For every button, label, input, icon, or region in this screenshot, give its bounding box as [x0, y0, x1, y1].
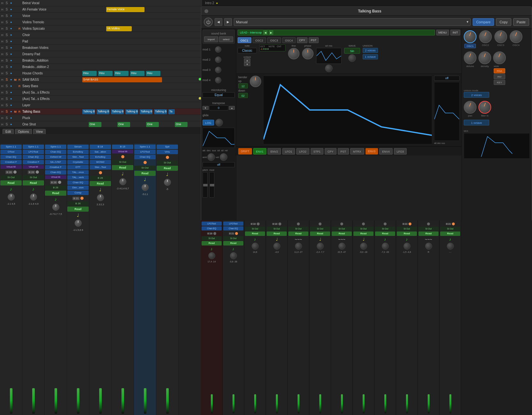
note-value-display[interactable]: Classic: [238, 48, 257, 53]
bm-fader[interactable]: [406, 394, 408, 413]
glide-knob[interactable]: [215, 119, 223, 126]
bm-plugin-slot-1[interactable]: LFOTool: [223, 222, 243, 226]
preset-dropdown[interactable]: Manual ▾: [234, 18, 471, 26]
octave-up-button[interactable]: ▴: [244, 58, 250, 62]
clip[interactable]: Talking B: [82, 109, 95, 114]
bm-read-button[interactable]: Read: [223, 241, 243, 245]
read-button[interactable]: Read: [134, 171, 156, 176]
bm-volume-knob[interactable]: [338, 243, 345, 250]
bm-bus-badge[interactable]: B 18: [207, 232, 213, 235]
plugin-slot[interactable]: Sat...ation: [90, 150, 111, 154]
bm-read-button[interactable]: Read: [310, 231, 330, 236]
mod-4-knob[interactable]: [215, 77, 221, 83]
clip[interactable]: One: [146, 122, 159, 127]
wide-knob[interactable]: [493, 51, 506, 64]
track-row[interactable]: H S ✦ Breakdo...Addition: [0, 57, 203, 64]
clip[interactable]: Hou: [114, 71, 129, 76]
track-mute-button[interactable]: M: [13, 78, 17, 81]
clip[interactable]: SAW BASS: [82, 77, 162, 82]
osc4-level-knob[interactable]: [510, 30, 522, 43]
volume-knob[interactable]: [30, 193, 37, 200]
plugin-slot[interactable]: Creative F: [0, 160, 22, 164]
track-row[interactable]: H S ✦ Beirut Vocal: [0, 0, 203, 6]
plugin-slot[interactable]: OTool: [0, 150, 22, 154]
bm-volume-knob[interactable]: [403, 243, 410, 250]
instrument-slot[interactable]: Spire-1.1: [134, 145, 156, 149]
plugin-slot[interactable]: TAL...orus: [67, 170, 89, 175]
bm-fader[interactable]: [276, 394, 278, 413]
instrument-slot[interactable]: Spire-1.1: [0, 145, 22, 149]
bottom-mixer-channel[interactable]: St Out Read ~~~ R: [418, 220, 440, 415]
volume-knob[interactable]: [52, 204, 59, 211]
compare-button[interactable]: Compare: [473, 18, 494, 26]
lfo3-button[interactable]: LFO3: [394, 148, 407, 155]
clip[interactable]: Hou: [146, 71, 160, 76]
stp1-button[interactable]: STP1: [311, 148, 324, 155]
track-row[interactable]: H S ✦ Choir: [0, 32, 203, 38]
volume-knob[interactable]: [8, 193, 15, 200]
track-record-button[interactable]: R: [17, 110, 22, 113]
track-row[interactable]: H S ✦ One Shot OneOneOneOne: [0, 121, 203, 128]
plugin-slot[interactable]: Chan EQ: [23, 155, 44, 159]
bm-fader[interactable]: [319, 394, 321, 413]
volume-knob[interactable]: [75, 220, 82, 227]
clip[interactable]: Talking B: [154, 109, 167, 114]
bm-bus-badge[interactable]: B 21: [402, 223, 408, 225]
plugin-slot[interactable]: Ster...Tool: [67, 155, 89, 159]
paste-button[interactable]: Paste: [513, 18, 529, 26]
copy-button[interactable]: Copy: [496, 18, 511, 26]
read-button[interactable]: Read: [157, 166, 178, 171]
bm-read-button[interactable]: Read: [353, 231, 373, 236]
track-row[interactable]: H S ✦ House Chords HouHouHouHouHou: [0, 70, 203, 77]
mixer-channel[interactable]: Spire-1.1 Chan EQOxford InfSA.⚠FATCreati…: [45, 144, 67, 415]
bottom-mixer-channel[interactable]: St Out Read ♪ -7,2 -33: [374, 220, 396, 415]
track-mute-button[interactable]: M: [13, 110, 17, 113]
track-row[interactable]: H S ✦ Pad: [0, 38, 203, 45]
volume-knob[interactable]: [97, 194, 104, 201]
clip[interactable]: One: [89, 122, 101, 127]
plugin-slot[interactable]: TAL...verb: [67, 175, 89, 180]
clip[interactable]: Vk Violins: [106, 26, 132, 31]
bm-fader[interactable]: [254, 394, 256, 413]
bm-fader[interactable]: [428, 394, 430, 413]
bm-read-button[interactable]: Read: [267, 231, 287, 236]
read-button[interactable]: Read: [45, 191, 66, 196]
osc1-tab[interactable]: OSC1: [238, 37, 251, 43]
track-row[interactable]: H S ✦ Breakdown Violins: [0, 45, 203, 51]
bottom-mixer-channel[interactable]: LFOTool Chan EQ B 18 St Out Read ♪ 17,4 …: [201, 220, 223, 415]
bm-read-button[interactable]: Read: [375, 231, 395, 236]
channel-fader[interactable]: [122, 388, 124, 414]
detune-knob[interactable]: [464, 51, 477, 64]
osc1-level-knob[interactable]: [464, 30, 477, 43]
plugin-slot[interactable]: Virtu: [157, 150, 178, 154]
drift-button[interactable]: DRIFT: [238, 148, 252, 155]
clip[interactable]: Hou: [82, 71, 97, 76]
plugin-slot[interactable]: LFOTool: [23, 150, 44, 154]
track-row[interactable]: H S ✦ Pluck: [0, 115, 203, 121]
clip[interactable]: One: [175, 122, 188, 127]
track-record-button[interactable]: R: [17, 85, 22, 88]
filter-knob[interactable]: [478, 101, 491, 114]
bm-plugin-slot-2[interactable]: Chan EQ: [223, 226, 243, 230]
pst-mod-button[interactable]: PST: [338, 148, 349, 155]
bus-badge[interactable]: B 21: [72, 197, 79, 200]
bm-fader[interactable]: [341, 394, 343, 413]
plugin-slot[interactable]: Chan EQ: [0, 155, 22, 159]
mixer-channel[interactable]: Spire-1.1 LFOToolChan EQ St Out Read ♩ -…: [134, 144, 156, 415]
read-button[interactable]: Read: [67, 207, 89, 212]
track-row[interactable]: H S ✦ M R Talking Bass Talking BTalking …: [0, 109, 203, 115]
bm-read-button[interactable]: Read: [202, 241, 222, 245]
octave-down-button[interactable]: ▾: [244, 62, 250, 66]
plugin-slot[interactable]: EchoBoy: [90, 155, 111, 159]
channel-fader[interactable]: [144, 388, 146, 414]
mixer-channel[interactable]: B 18 Sat...ationEchoBoyWOW2Ster...Tool B…: [89, 144, 112, 415]
bm-read-button[interactable]: Read: [418, 231, 439, 236]
unison-mode-dropdown[interactable]: 2 voices: [464, 92, 489, 98]
clip[interactable]: Ta: [168, 109, 175, 114]
wave-dropdown[interactable]: Sin: [344, 48, 360, 54]
import-button[interactable]: import: [204, 36, 218, 42]
bm-plugin-slot-1[interactable]: LFOTool: [202, 222, 222, 226]
density-knob[interactable]: [478, 51, 491, 64]
transpose-up-button[interactable]: ▴: [229, 106, 235, 110]
read-button[interactable]: Read: [90, 181, 111, 186]
